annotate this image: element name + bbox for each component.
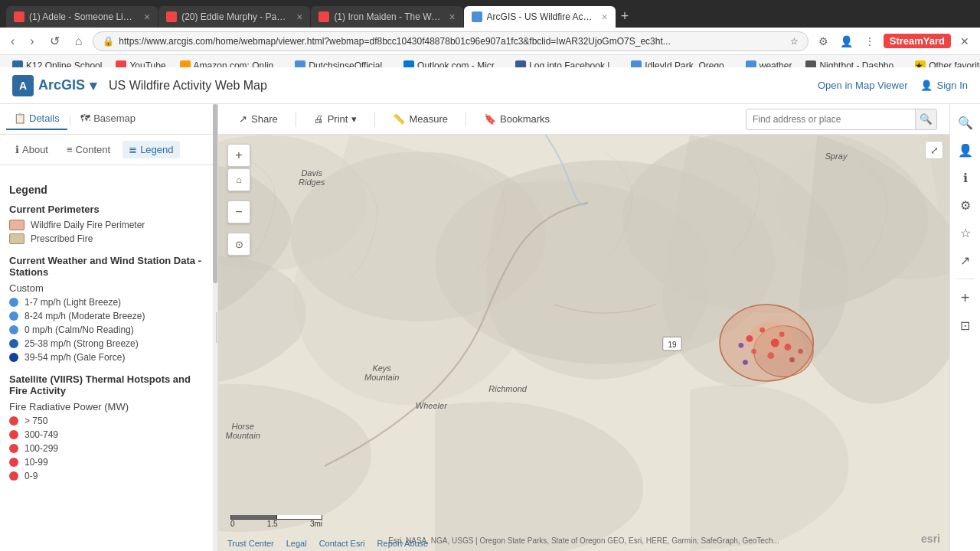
- extensions-icon[interactable]: ⚙: [815, 32, 833, 51]
- app-content: A ArcGIS ▾ US Wildfire Activity Web Map …: [0, 67, 980, 551]
- map-controls: + ⌂ − ⊙: [227, 144, 250, 256]
- right-person-icon[interactable]: 👤: [953, 138, 978, 162]
- ctrl-sep: [227, 193, 250, 199]
- zoom-in-button[interactable]: +: [227, 144, 250, 167]
- zoom-out-button[interactable]: −: [227, 201, 250, 223]
- sidebar-tab-details[interactable]: 📋 Details: [6, 108, 67, 130]
- right-panel: 🔍 👤 ℹ ⚙ ☆ ↗ + ⊡: [949, 104, 980, 551]
- search-icon: 🔍: [920, 113, 933, 125]
- profile-icon[interactable]: 👤: [838, 32, 856, 51]
- new-tab-button[interactable]: +: [616, 8, 634, 24]
- right-plus-icon[interactable]: +: [953, 285, 978, 310]
- tab-1[interactable]: (1) Adele - Someone Like You |... ×: [6, 6, 158, 28]
- details-tab-icon: 📋: [14, 112, 26, 124]
- scale-bar: 0 1.5 3mi: [230, 515, 322, 528]
- legend-item-0-9: 0-9: [9, 471, 208, 481]
- 100-299-label: 100-299: [24, 443, 58, 454]
- about-label: About: [22, 144, 48, 155]
- forward-button[interactable]: ›: [25, 33, 38, 50]
- content-section-btn[interactable]: ≡ Content: [60, 141, 116, 158]
- print-label: Print: [328, 113, 348, 125]
- legend-item-300-749: 300-749: [9, 429, 208, 440]
- report-abuse-link[interactable]: Report Abuse: [377, 539, 429, 548]
- right-panel-sep: [956, 279, 975, 279]
- home-map-button[interactable]: ⌂: [227, 168, 250, 191]
- streamyard-close-icon[interactable]: ✕: [956, 32, 974, 51]
- legend-section-btn[interactable]: ≣ Legend: [122, 141, 179, 158]
- legal-link[interactable]: Legal: [286, 539, 307, 548]
- browser-menu-icon[interactable]: ⋮: [861, 32, 879, 51]
- tab-2-close[interactable]: ×: [296, 11, 302, 23]
- tab-2[interactable]: (20) Eddie Murphy - Party All th... ×: [158, 6, 310, 28]
- share-label: Share: [251, 113, 278, 125]
- home-button[interactable]: ⌂: [70, 33, 87, 50]
- tab-3-close[interactable]: ×: [449, 11, 455, 23]
- legend-item-strong-breeze: 25-38 mp/h (Strong Breeze): [9, 338, 208, 349]
- svg-point-13: [771, 338, 779, 347]
- bookmarks-label: Bookmarks: [500, 113, 550, 125]
- tab-2-favicon: [166, 11, 177, 22]
- back-button[interactable]: ‹: [6, 33, 19, 50]
- sign-in-button[interactable]: 👤 Sign In: [920, 80, 968, 91]
- expand-button[interactable]: ⤢: [925, 141, 943, 159]
- toolbar-sep-2: [374, 112, 375, 127]
- gale-label: 39-54 mp/h (Gale Force): [24, 352, 125, 363]
- legend-item-wildfire-perimeter: Wildfire Daily Fire Perimeter: [9, 220, 208, 230]
- tab-4[interactable]: ArcGIS - US Wildfire Activity We... ×: [464, 6, 616, 28]
- open-map-viewer-link[interactable]: Open in Map Viewer: [818, 80, 908, 91]
- toolbar-sep-3: [466, 112, 466, 127]
- right-expand-icon[interactable]: ⊡: [953, 313, 978, 337]
- tab-3[interactable]: (1) Iron Maiden - The Writing O... ×: [311, 6, 462, 28]
- sidebar-tab-basemap[interactable]: 🗺 Basemap: [73, 108, 143, 130]
- legend-icon: ≣: [129, 144, 137, 155]
- bookmarks-button[interactable]: 🔖 Bookmarks: [475, 109, 558, 129]
- moderate-breeze-dot: [9, 311, 18, 321]
- basemap-tab-icon: 🗺: [80, 112, 90, 124]
- share-button[interactable]: ↗ Share: [230, 109, 286, 129]
- measure-button[interactable]: 📏 Measure: [384, 109, 456, 129]
- 750plus-dot: [9, 416, 18, 425]
- content-icon: ≡: [67, 144, 73, 155]
- strong-breeze-dot: [9, 339, 18, 348]
- wind-custom-subtitle: Custom: [9, 282, 208, 294]
- svg-point-21: [743, 360, 748, 365]
- tab-4-close[interactable]: ×: [602, 11, 608, 23]
- person-icon: 👤: [920, 80, 933, 91]
- tab-separator: |: [69, 113, 71, 125]
- right-tools-icon[interactable]: ⚙: [953, 193, 978, 217]
- prescribed-fire-label: Prescribed Fire: [31, 233, 93, 244]
- 0-9-label: 0-9: [24, 471, 38, 481]
- legend-item-750plus: > 750: [9, 416, 208, 426]
- svg-point-14: [785, 344, 792, 350]
- legend-group-wind: Current Weather and Wind Station Data - …: [9, 255, 208, 363]
- reload-button[interactable]: ↺: [45, 32, 64, 50]
- tab-2-title: (20) Eddie Murphy - Party All th...: [181, 11, 289, 22]
- trust-center-link[interactable]: Trust Center: [227, 539, 274, 548]
- map-container[interactable]: 19: [218, 135, 949, 551]
- contact-esri-link[interactable]: Contact Esri: [319, 539, 365, 548]
- print-icon: 🖨: [314, 113, 324, 125]
- about-icon: ℹ: [15, 144, 19, 155]
- tab-3-favicon: [318, 11, 329, 22]
- print-button[interactable]: 🖨 Print ▾: [305, 109, 366, 129]
- lock-icon: 🔒: [103, 36, 114, 47]
- search-input[interactable]: [746, 114, 915, 125]
- toolbar-sep-1: [296, 112, 296, 127]
- legend-item-prescribed-fire: Prescribed Fire: [9, 233, 208, 244]
- right-star-icon[interactable]: ☆: [953, 220, 978, 245]
- strong-breeze-label: 25-38 mp/h (Strong Breeze): [24, 338, 139, 349]
- search-button[interactable]: 🔍: [915, 109, 936, 130]
- about-section-btn[interactable]: ℹ About: [9, 141, 54, 158]
- right-info-icon[interactable]: ℹ: [953, 165, 978, 190]
- arcgis-logo[interactable]: A ArcGIS ▾: [12, 75, 96, 96]
- svg-point-15: [789, 357, 795, 363]
- arcgis-dropdown-icon: ▾: [90, 77, 96, 94]
- share-icon: ↗: [239, 113, 247, 125]
- tab-1-close[interactable]: ×: [144, 11, 150, 23]
- svg-text:19: 19: [668, 341, 677, 349]
- bookmark-star-icon: ☆: [790, 36, 799, 47]
- right-share-icon[interactable]: ↗: [953, 248, 978, 272]
- right-search-icon[interactable]: 🔍: [953, 110, 978, 135]
- locate-button[interactable]: ⊙: [227, 233, 250, 256]
- address-bar[interactable]: 🔒 https://www.arcgis.com/home/webmap/vie…: [93, 31, 808, 51]
